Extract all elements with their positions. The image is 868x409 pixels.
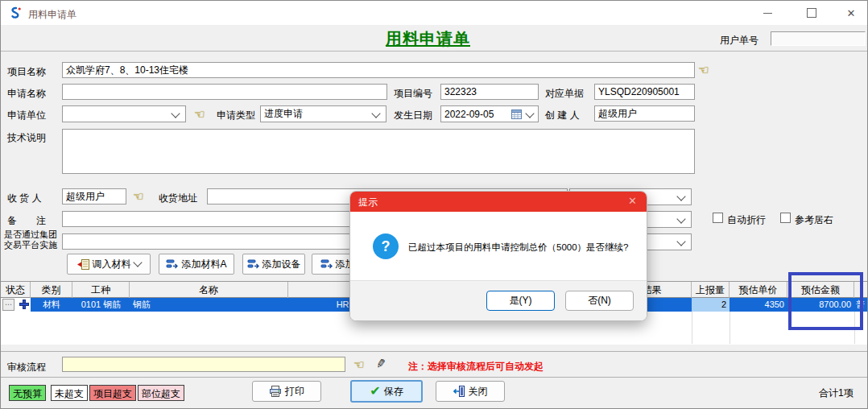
- tech-note-textarea[interactable]: [62, 129, 695, 174]
- row-selector[interactable]: ⋯: [2, 299, 14, 311]
- chevron-down-icon: [676, 214, 685, 223]
- print-button[interactable]: 打印: [252, 381, 321, 402]
- check-icon: ✔: [370, 385, 380, 398]
- project-name-label: 项目名称: [7, 65, 46, 79]
- audit-flow-label: 审核流程: [7, 361, 46, 374]
- import-material-button[interactable]: 调入材料: [67, 254, 151, 275]
- dialog-message: 已超过本项目的用料申请控制总价（5000）是否继续?: [408, 242, 640, 254]
- user-no-label: 用户单号: [720, 34, 758, 48]
- apply-name-input[interactable]: [62, 84, 387, 100]
- add-rows-icon: [320, 259, 333, 269]
- add-rows-icon: [247, 259, 259, 269]
- wrap-checkbox-label: 自动折行: [727, 213, 766, 227]
- calendar-icon[interactable]: [511, 109, 522, 122]
- chevron-down-icon: [171, 109, 180, 118]
- dialog-yes-button[interactable]: 是(Y): [486, 291, 555, 311]
- add-equipment-label: 添加设备: [262, 258, 301, 271]
- legend-no-budget: 无预算: [9, 385, 46, 401]
- legend-part-over: 部位超支: [138, 385, 184, 401]
- col-header-report-qty[interactable]: 上报量: [692, 282, 730, 298]
- apply-type-value: 进度申请: [264, 107, 303, 121]
- picker-hand-icon[interactable]: ☜: [353, 358, 364, 370]
- close-button[interactable]: ✕: [833, 1, 868, 25]
- import-material-label: 调入材料: [93, 258, 131, 271]
- apply-type-combobox[interactable]: 进度申请: [260, 105, 386, 122]
- total-count: 合计1项: [819, 386, 854, 400]
- material-request-window: 用料申请单 ✕ 用料申请单 用户单号 项目名称 众凯学府7、8、10-13住宅楼…: [0, 0, 868, 409]
- dialog-footer: 是(Y) 否(N): [350, 280, 647, 320]
- maximize-button[interactable]: [794, 1, 829, 25]
- occur-date-value: 2022-09-05: [444, 109, 494, 120]
- minimize-button[interactable]: [750, 1, 785, 25]
- cell-est-price[interactable]: 4350: [730, 298, 787, 312]
- question-icon: ?: [373, 233, 399, 259]
- title-bar: 用料申请单 ✕: [1, 1, 868, 26]
- legend-project-over: 项目超支: [89, 385, 136, 401]
- remark-label: 备 注: [7, 214, 46, 228]
- cell-trade[interactable]: 0101 钢筋: [72, 298, 130, 312]
- dialog-title: 提示: [358, 196, 378, 209]
- dialog-no-button[interactable]: 否(N): [565, 291, 634, 311]
- save-button[interactable]: ✔ 保存: [350, 380, 423, 403]
- ref-doc-label: 对应单据: [545, 87, 584, 101]
- align-right-checkbox-label: 参考居右: [795, 213, 833, 227]
- wrap-checkbox[interactable]: [713, 213, 723, 223]
- creator-label: 创 建 人: [545, 109, 580, 122]
- cell-name[interactable]: 钢筋: [130, 298, 288, 312]
- project-name-input[interactable]: 众凯学府7、8、10-13住宅楼: [62, 62, 695, 78]
- col-header-category[interactable]: 类别: [31, 282, 72, 298]
- import-material-icon: [77, 259, 89, 270]
- signature-pen-icon[interactable]: ✎: [375, 356, 388, 372]
- picker-hand-icon[interactable]: ☜: [194, 108, 205, 120]
- picker-hand-icon[interactable]: ☜: [698, 64, 709, 76]
- chevron-down-icon: [525, 109, 534, 118]
- tech-note-label: 技术说明: [7, 131, 46, 145]
- save-label: 保存: [384, 385, 403, 399]
- ref-doc-input[interactable]: YLSQD220905001: [594, 84, 695, 100]
- print-label: 打印: [285, 385, 304, 399]
- dialog-title-bar: 提示 ✕: [350, 192, 647, 212]
- align-right-checkbox[interactable]: [780, 213, 791, 223]
- receiver-input[interactable]: 超级用户: [62, 188, 126, 204]
- alert-dialog: 提示 ✕ ? 已超过本项目的用料申请控制总价（5000）是否继续? 是(Y) 否…: [349, 191, 647, 321]
- apply-type-label: 申请类型: [217, 109, 255, 122]
- occur-date-label: 发生日期: [394, 109, 432, 122]
- cell-report-qty[interactable]: 2: [692, 298, 730, 312]
- printer-icon: [269, 386, 282, 397]
- audit-flow-note: 注：选择审核流程后可自动发起: [408, 360, 544, 374]
- chevron-down-icon: [133, 258, 142, 266]
- close-form-button[interactable]: 关闭: [436, 381, 505, 402]
- row-status-plus-icon: [19, 300, 29, 309]
- apply-name-label: 申请名称: [7, 87, 46, 101]
- creator-input[interactable]: 超级用户: [594, 105, 695, 122]
- close-form-label: 关闭: [469, 385, 488, 399]
- receiver-label: 收 货 人: [7, 192, 42, 205]
- form-header-band: 用料申请单 用户单号: [1, 25, 868, 52]
- picker-hand-icon[interactable]: ☜: [133, 190, 143, 202]
- col-header-est-price[interactable]: 预估单价: [730, 282, 787, 298]
- add-rows-icon: [166, 259, 178, 269]
- apply-unit-combobox[interactable]: [62, 105, 186, 122]
- app-icon: [9, 6, 22, 19]
- group-platform-label-line2: 交易平台实施: [4, 239, 57, 251]
- add-material-button[interactable]: 添加材料A: [159, 254, 234, 275]
- legend-not-over: 未超支: [51, 385, 88, 401]
- chevron-down-icon: [371, 109, 380, 118]
- col-header-status[interactable]: 状态: [1, 282, 31, 298]
- dialog-close-icon[interactable]: ✕: [628, 195, 637, 207]
- occur-date-picker[interactable]: 2022-09-05: [440, 105, 539, 122]
- chevron-down-icon: [676, 192, 685, 200]
- project-no-input[interactable]: 322323: [440, 84, 539, 100]
- cell-category[interactable]: 材料: [31, 298, 72, 312]
- window-title: 用料申请单: [28, 8, 76, 22]
- col-header-name[interactable]: 名称: [130, 282, 288, 298]
- add-material-label: 添加材料A: [181, 258, 226, 271]
- col-header-trade[interactable]: 工种: [72, 282, 130, 298]
- project-no-label: 项目编号: [394, 87, 432, 101]
- receive-addr-label: 收货地址: [159, 192, 197, 205]
- user-no-field[interactable]: [771, 31, 866, 46]
- page-title: 用料申请单: [386, 28, 470, 50]
- audit-flow-input[interactable]: [62, 357, 345, 372]
- add-equipment-button[interactable]: 添加设备: [242, 254, 305, 275]
- chevron-down-icon: [676, 237, 685, 246]
